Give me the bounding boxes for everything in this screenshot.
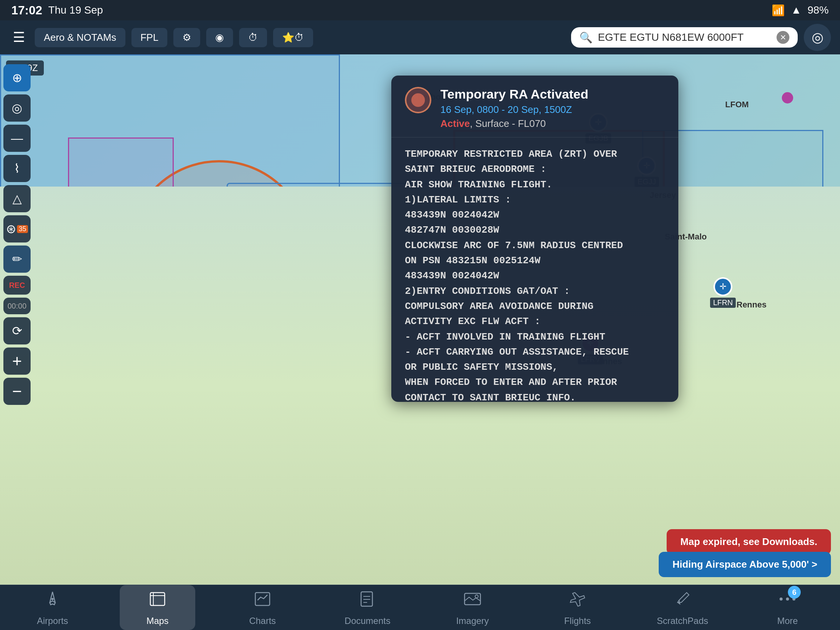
zoom-out-icon: − bbox=[12, 383, 22, 399]
notam-icon-inner bbox=[411, 93, 425, 107]
maps-label: Maps bbox=[147, 616, 169, 626]
target-button[interactable]: ⊕ bbox=[3, 64, 31, 92]
notam-body[interactable]: TEMPORARY RESTRICTED AREA (ZRT) OVER SAI… bbox=[391, 137, 678, 402]
globe-icon: ◉ bbox=[215, 32, 224, 43]
shield-button[interactable]: ⊛ 35 bbox=[3, 215, 31, 243]
notam-text: TEMPORARY RESTRICTED AREA (ZRT) OVER SAI… bbox=[405, 147, 665, 402]
zoom-in-icon: + bbox=[12, 353, 22, 369]
layers-icon: ◎ bbox=[12, 101, 22, 115]
aero-notams-button[interactable]: Aero & NOTAMs bbox=[35, 28, 125, 47]
compass-button[interactable]: ◎ bbox=[804, 24, 831, 51]
airports-icon bbox=[42, 589, 63, 613]
airports-label: Airports bbox=[37, 616, 68, 626]
map-expired-text: Map expired, see Downloads. bbox=[680, 536, 817, 547]
search-icon: 🔍 bbox=[579, 32, 593, 44]
left-toolbar: ⊕ ◎ — ⌇ △ ⊛ 35 ✏ REC 00:00 ⟳ + − bbox=[0, 60, 34, 405]
documents-label: Documents bbox=[344, 616, 390, 626]
nav-documents[interactable]: Documents bbox=[330, 585, 405, 630]
notam-title-block: Temporary RA Activated 16 Sep, 0800 - 20… bbox=[441, 87, 665, 129]
imagery-icon bbox=[462, 589, 483, 613]
rec-button[interactable]: REC bbox=[3, 276, 31, 295]
clock-button[interactable]: ⏱ bbox=[239, 28, 267, 47]
fpl-button[interactable]: FPL bbox=[131, 28, 168, 47]
flights-icon bbox=[567, 589, 588, 613]
airport-lfrn[interactable]: ✛ LFRN bbox=[710, 277, 736, 308]
pen-icon: ✏ bbox=[12, 252, 22, 266]
map-expired-banner[interactable]: Map expired, see Downloads. bbox=[666, 529, 831, 554]
nav-airports[interactable]: Airports bbox=[15, 585, 90, 630]
aero-notams-label: Aero & NOTAMs bbox=[44, 32, 116, 43]
nav-flights[interactable]: Flights bbox=[540, 585, 615, 630]
menu-button[interactable]: ☰ bbox=[9, 26, 29, 49]
bottom-navigation: Airports Maps Charts Documents Imagery F… bbox=[0, 585, 840, 630]
clock-icon: ⏱ bbox=[248, 32, 258, 43]
svg-point-6 bbox=[780, 597, 783, 600]
globe-button[interactable]: ◉ bbox=[206, 28, 233, 47]
target-icon: ⊕ bbox=[12, 71, 22, 85]
notam-dates: 16 Sep, 0800 - 20 Sep, 1500Z bbox=[441, 104, 665, 115]
settings-icon: ⚙ bbox=[182, 32, 191, 43]
wifi-icon: 📶 bbox=[772, 4, 785, 17]
scratchpads-icon bbox=[672, 589, 693, 613]
fpl-label: FPL bbox=[141, 32, 159, 43]
shield-icon: ⊛ bbox=[6, 222, 16, 236]
notam-title: Temporary RA Activated bbox=[441, 87, 665, 102]
zoom-in-button[interactable]: + bbox=[3, 347, 31, 375]
compass-icon: ◎ bbox=[812, 30, 823, 45]
profile-icon: ⌇ bbox=[14, 161, 20, 175]
notam-status-rest: , Surface - FL070 bbox=[470, 118, 546, 129]
airport-label-lfrn: LFRN bbox=[710, 298, 736, 308]
svg-point-7 bbox=[786, 597, 789, 600]
imagery-label: Imagery bbox=[456, 616, 489, 626]
ruler-button[interactable]: — bbox=[3, 125, 31, 152]
nav-imagery[interactable]: Imagery bbox=[435, 585, 510, 630]
settings-button[interactable]: ⚙ bbox=[174, 28, 200, 47]
scratchpads-label: ScratchPads bbox=[657, 616, 708, 626]
terrain-button[interactable]: △ bbox=[3, 185, 31, 212]
location-icon: ▲ bbox=[791, 4, 802, 16]
battery-display: 98% bbox=[807, 4, 829, 16]
search-clear-button[interactable]: ✕ bbox=[777, 31, 789, 44]
ruler-icon: — bbox=[11, 131, 23, 145]
nav-scratchpads[interactable]: ScratchPads bbox=[645, 585, 720, 630]
notam-header: Temporary RA Activated 16 Sep, 0800 - 20… bbox=[391, 76, 678, 137]
nav-maps[interactable]: Maps bbox=[120, 585, 195, 630]
rec-timer: 00:00 bbox=[3, 298, 31, 314]
more-badge-container: 6 bbox=[777, 589, 798, 613]
route-icon: ⟳ bbox=[12, 324, 22, 338]
svg-rect-2 bbox=[255, 593, 270, 605]
date-display: Thu 19 Sep bbox=[48, 4, 103, 16]
svg-rect-1 bbox=[150, 593, 165, 605]
charts-label: Charts bbox=[249, 616, 276, 626]
airport-icon-lfrn: ✛ bbox=[714, 277, 733, 296]
svg-point-0 bbox=[51, 598, 54, 600]
status-bar: 17:02 Thu 19 Sep 📶 ▲ 98% bbox=[0, 0, 840, 21]
timer-label: 00:00 bbox=[8, 302, 27, 311]
time-display: 17:02 bbox=[11, 3, 42, 17]
airspace-blue-top bbox=[0, 54, 340, 198]
more-label: More bbox=[777, 616, 798, 626]
airspace-hiding-banner[interactable]: Hiding Airspace Above 5,000' > bbox=[659, 552, 831, 577]
documents-icon bbox=[357, 589, 378, 613]
profile-button[interactable]: ⌇ bbox=[3, 155, 31, 182]
notam-status-line: Active, Surface - FL070 bbox=[441, 118, 665, 129]
toolbar: ☰ Aero & NOTAMs FPL ⚙ ◉ ⏱ ⭐⏱ 🔍 ✕ ◎ bbox=[0, 21, 840, 54]
flights-label: Flights bbox=[564, 616, 591, 626]
rec-label: REC bbox=[9, 281, 25, 290]
airspace-text: Hiding Airspace Above 5,000' > bbox=[672, 559, 817, 570]
terrain-icon: △ bbox=[13, 191, 22, 206]
charts-icon bbox=[252, 589, 273, 613]
search-input[interactable] bbox=[598, 32, 771, 43]
route-button[interactable]: ⟳ bbox=[3, 317, 31, 344]
search-bar[interactable]: 🔍 ✕ bbox=[571, 27, 798, 47]
airport-lfom[interactable] bbox=[782, 92, 793, 104]
layers-button[interactable]: ◎ bbox=[3, 95, 31, 122]
notam-popup[interactable]: Temporary RA Activated 16 Sep, 0800 - 20… bbox=[391, 76, 678, 402]
more-badge: 6 bbox=[788, 586, 801, 598]
recents-button[interactable]: ⭐⏱ bbox=[273, 28, 313, 47]
nav-more[interactable]: 6 More bbox=[750, 585, 825, 630]
zoom-out-button[interactable]: − bbox=[3, 378, 31, 405]
pen-button[interactable]: ✏ bbox=[3, 245, 31, 273]
nav-charts[interactable]: Charts bbox=[225, 585, 300, 630]
city-rennes: Rennes bbox=[736, 300, 766, 310]
